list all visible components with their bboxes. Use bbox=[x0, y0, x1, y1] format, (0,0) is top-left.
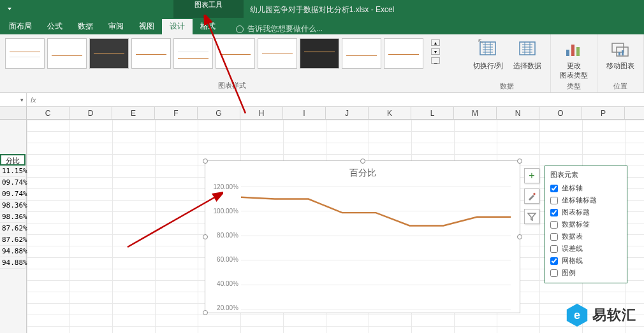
brush-icon bbox=[527, 191, 537, 201]
checkbox[interactable] bbox=[550, 221, 558, 229]
y-tick: 100.00% bbox=[214, 208, 238, 215]
column-header-D[interactable]: D bbox=[70, 107, 112, 119]
column-header-H[interactable]: H bbox=[240, 107, 283, 119]
chart-style-6[interactable] bbox=[216, 38, 255, 69]
column-header-O[interactable]: O bbox=[539, 107, 582, 119]
resize-handle-sw[interactable] bbox=[203, 310, 208, 315]
chart-style-10[interactable] bbox=[384, 38, 423, 69]
select-data-button[interactable]: 选择数据 bbox=[511, 37, 544, 72]
tab-format[interactable]: 格式 bbox=[193, 18, 223, 34]
data-cell[interactable]: 98.36% bbox=[0, 211, 26, 223]
chart-element-option[interactable]: 网格线 bbox=[545, 255, 627, 267]
y-tick: 20.00% bbox=[217, 304, 238, 311]
data-cell[interactable]: 98.36% bbox=[0, 200, 26, 211]
chart-style-3[interactable] bbox=[89, 38, 129, 69]
data-cell[interactable]: 11.15% bbox=[0, 166, 26, 177]
chart-element-option[interactable]: 数据标签 bbox=[545, 218, 627, 230]
data-cell[interactable]: 09.74% bbox=[0, 177, 26, 188]
resize-handle-e[interactable] bbox=[517, 234, 522, 239]
tab-pagelayout[interactable]: 面布局 bbox=[1, 18, 40, 34]
chart-style-4[interactable] bbox=[131, 38, 171, 69]
chart-style-7[interactable] bbox=[258, 38, 297, 69]
chart-object[interactable]: 百分比 120.00%100.00%80.00%60.00%40.00%20.0… bbox=[205, 160, 520, 313]
chart-element-option-label: 图表标题 bbox=[562, 208, 590, 217]
qat-dropdown[interactable] bbox=[0, 0, 19, 18]
chart-styles-group-label: 图表样式 bbox=[0, 81, 464, 92]
checkbox[interactable] bbox=[550, 185, 558, 192]
chart-element-option[interactable]: 数据表 bbox=[545, 230, 627, 243]
svg-rect-0 bbox=[480, 42, 495, 55]
chart-style-8[interactable] bbox=[300, 38, 339, 69]
tell-me-search[interactable]: 告诉我您想要做什么... bbox=[236, 24, 323, 34]
y-tick: 40.00% bbox=[217, 280, 238, 287]
column-header-G[interactable]: G bbox=[198, 107, 240, 119]
select-all-corner[interactable] bbox=[0, 107, 27, 119]
chart-style-1[interactable] bbox=[5, 38, 45, 69]
column-header-J[interactable]: J bbox=[326, 107, 369, 119]
worksheet-grid[interactable]: CDEFGHIJKLMNOP 分比 11.15%09.74%09.74%98.3… bbox=[0, 107, 644, 333]
chart-element-option-label: 坐标轴标题 bbox=[562, 195, 597, 205]
svg-rect-4 bbox=[576, 47, 580, 56]
filter-icon bbox=[527, 211, 537, 222]
name-box[interactable]: ▾ bbox=[0, 93, 27, 106]
chart-style-2[interactable] bbox=[47, 38, 87, 69]
column-header-M[interactable]: M bbox=[454, 107, 497, 119]
chart-elements-button[interactable]: + bbox=[524, 168, 539, 183]
chart-styles-more[interactable]: ▴ ▾ ⎯ bbox=[428, 34, 443, 73]
ribbon: ▴ ▾ ⎯ 图表样式 切换行/列 选择数据 数据 更改 图表类型 类型 bbox=[0, 34, 644, 93]
checkbox[interactable] bbox=[550, 197, 558, 204]
chart-element-option[interactable]: 图例 bbox=[545, 267, 627, 279]
chart-element-option[interactable]: 误差线 bbox=[545, 243, 627, 255]
plus-icon: + bbox=[529, 170, 534, 181]
chart-y-axis[interactable]: 120.00%100.00%80.00%60.00%40.00%20.00% bbox=[205, 187, 241, 308]
column-header-C[interactable]: C bbox=[27, 107, 70, 119]
column-header-P[interactable]: P bbox=[582, 107, 625, 119]
chart-style-9[interactable] bbox=[342, 38, 381, 69]
chart-element-option-label: 数据标签 bbox=[562, 220, 590, 229]
resize-handle-ne[interactable] bbox=[517, 159, 522, 164]
checkbox[interactable] bbox=[550, 245, 558, 253]
chart-element-option-label: 数据表 bbox=[562, 232, 583, 241]
chart-element-option-label: 图例 bbox=[562, 268, 576, 278]
data-cell[interactable]: 09.74% bbox=[0, 188, 26, 200]
chart-element-option[interactable]: 坐标轴标题 bbox=[545, 194, 627, 206]
column-header-cell[interactable]: 分比 bbox=[0, 154, 26, 166]
checkbox[interactable] bbox=[550, 209, 558, 216]
chart-styles-button[interactable] bbox=[524, 188, 539, 204]
column-header-I[interactable]: I bbox=[283, 107, 326, 119]
chart-filters-button[interactable] bbox=[524, 209, 539, 224]
checkbox[interactable] bbox=[550, 257, 558, 265]
change-chart-type-button[interactable]: 更改 图表类型 bbox=[557, 37, 590, 81]
tab-data[interactable]: 数据 bbox=[70, 18, 101, 34]
column-header-E[interactable]: E bbox=[112, 107, 155, 119]
resize-handle-nw[interactable] bbox=[203, 159, 208, 164]
column-header-N[interactable]: N bbox=[497, 107, 539, 119]
column-header-K[interactable]: K bbox=[369, 107, 411, 119]
svg-rect-3 bbox=[571, 45, 574, 56]
y-tick: 80.00% bbox=[217, 232, 238, 239]
resize-handle-n[interactable] bbox=[360, 159, 365, 164]
chart-title[interactable]: 百分比 bbox=[205, 161, 520, 183]
chart-style-5[interactable] bbox=[173, 38, 213, 69]
chart-element-option[interactable]: 图表标题 bbox=[545, 206, 627, 218]
chart-series-line[interactable] bbox=[241, 187, 511, 308]
chart-element-option[interactable]: 坐标轴 bbox=[545, 182, 627, 194]
column-header-L[interactable]: L bbox=[411, 107, 454, 119]
switch-row-col-button[interactable]: 切换行/列 bbox=[471, 37, 506, 72]
svg-rect-1 bbox=[520, 42, 535, 55]
fx-icon[interactable]: fx bbox=[27, 96, 40, 104]
data-cell[interactable]: 87.62% bbox=[0, 234, 26, 246]
y-tick: 120.00% bbox=[214, 183, 238, 190]
data-cell[interactable]: 94.88% bbox=[0, 257, 26, 269]
ribbon-tabs: 面布局 公式 数据 审阅 视图 设计 格式 告诉我您想要做什么... bbox=[0, 19, 644, 34]
tab-review[interactable]: 审阅 bbox=[101, 18, 131, 34]
checkbox[interactable] bbox=[550, 233, 558, 241]
tab-design[interactable]: 设计 bbox=[162, 18, 193, 34]
move-chart-button[interactable]: 移动图表 bbox=[604, 37, 637, 72]
tab-formula[interactable]: 公式 bbox=[40, 18, 70, 34]
column-header-F[interactable]: F bbox=[155, 107, 198, 119]
data-cell[interactable]: 94.88% bbox=[0, 246, 26, 257]
tab-view[interactable]: 视图 bbox=[131, 18, 162, 34]
checkbox[interactable] bbox=[550, 269, 558, 277]
data-cell[interactable]: 87.62% bbox=[0, 223, 26, 234]
